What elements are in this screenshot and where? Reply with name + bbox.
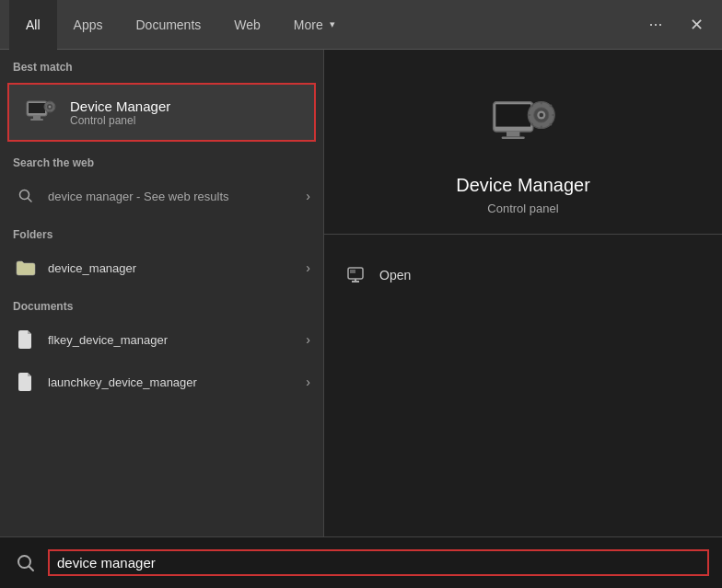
best-match-subtitle: Control panel: [70, 114, 170, 127]
document-item-flkey[interactable]: flkey_device_manager ›: [0, 318, 323, 361]
best-match-text: Device Manager Control panel: [70, 98, 170, 127]
device-manager-large-icon-svg: [490, 90, 556, 156]
documents-section-label: Documents: [0, 289, 323, 318]
search-bar-icon: [13, 550, 39, 576]
tab-web[interactable]: Web: [217, 0, 277, 50]
tab-documents-label: Documents: [135, 17, 201, 32]
svg-rect-15: [507, 132, 519, 136]
search-icon: [13, 183, 39, 209]
ellipsis-icon: ···: [648, 15, 662, 34]
tab-apps-label: Apps: [74, 17, 103, 32]
svg-rect-30: [350, 270, 355, 273]
document-icon: [13, 369, 39, 395]
left-panel: Best match: [0, 50, 324, 536]
svg-rect-16: [502, 136, 525, 139]
best-match-item[interactable]: Device Manager Control panel: [7, 83, 316, 142]
right-app-title: Device Manager: [456, 175, 590, 196]
folder-icon: [13, 255, 39, 281]
svg-point-20: [540, 113, 544, 118]
open-action[interactable]: Open: [324, 253, 722, 297]
open-icon: [343, 262, 368, 288]
tab-more-label: More: [294, 17, 323, 32]
right-divider: [324, 234, 722, 235]
document-icon: [13, 327, 39, 352]
web-search-text: device manager - See web results: [48, 190, 306, 203]
chevron-down-icon: ▾: [330, 18, 335, 30]
tab-web-label: Web: [234, 17, 261, 32]
best-match-title: Device Manager: [70, 98, 170, 114]
tab-all-label: All: [26, 17, 41, 32]
document-name-launchkey: launchkey_device_manager: [48, 375, 306, 389]
right-app-icon: [486, 86, 560, 160]
ellipsis-button[interactable]: ···: [639, 8, 672, 41]
document-item-launchkey[interactable]: launchkey_device_manager ›: [0, 361, 323, 403]
tab-apps[interactable]: Apps: [57, 0, 120, 50]
search-input-wrapper: [48, 549, 709, 576]
folders-section-label: Folders: [0, 217, 323, 247]
svg-rect-3: [30, 119, 43, 121]
chevron-right-icon: ›: [306, 375, 310, 389]
folder-item-device-manager[interactable]: device_manager ›: [0, 247, 323, 289]
nav-action-icons: ··· ✕: [639, 8, 713, 41]
close-button[interactable]: ✕: [680, 8, 713, 41]
folder-name: device_manager: [48, 261, 306, 275]
main-container: Best match: [0, 50, 722, 536]
tab-documents[interactable]: Documents: [119, 0, 217, 50]
tab-all[interactable]: All: [9, 0, 57, 50]
svg-point-6: [49, 106, 52, 109]
document-name-flkey: flkey_device_manager: [48, 333, 306, 347]
web-search-query: device manager: [48, 190, 134, 203]
svg-rect-14: [495, 104, 530, 126]
search-input[interactable]: [57, 555, 700, 571]
web-search-suffix: - See web results: [134, 190, 229, 203]
search-bar: [0, 536, 722, 588]
web-search-item[interactable]: device manager - See web results ›: [0, 175, 323, 217]
close-icon: ✕: [690, 15, 704, 35]
search-web-section-label: Search the web: [0, 145, 323, 175]
chevron-right-icon: ›: [306, 189, 310, 203]
device-manager-small-icon: [22, 94, 59, 131]
chevron-right-icon: ›: [306, 332, 310, 347]
right-panel: Device Manager Control panel Open: [324, 50, 722, 536]
right-app-subtitle: Control panel: [487, 202, 558, 215]
svg-rect-1: [29, 103, 45, 113]
svg-rect-2: [33, 116, 41, 119]
device-manager-icon-svg: [24, 96, 57, 129]
open-action-label: Open: [379, 268, 411, 282]
best-match-section-label: Best match: [0, 50, 323, 79]
svg-line-34: [29, 566, 34, 571]
chevron-right-icon: ›: [306, 260, 310, 275]
svg-line-12: [29, 199, 32, 202]
top-nav: All Apps Documents Web More ▾ ··· ✕: [0, 0, 722, 50]
tab-more[interactable]: More ▾: [277, 0, 352, 50]
